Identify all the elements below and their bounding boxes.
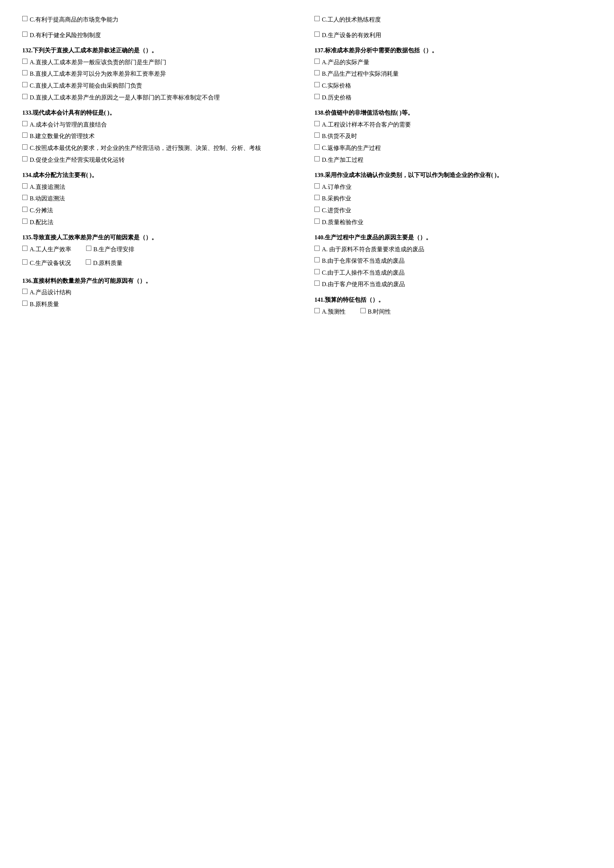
option-row: B.直接人工成本差异可以分为效率差异和工资率差异 xyxy=(22,69,299,79)
question-title-138: 138.价值链中的非增值活动包括( )等。 xyxy=(315,108,592,118)
option-text: A. 由于原料不符合质量要求造成的废品 xyxy=(322,245,424,254)
option-text: D.有利于健全风险控制制度 xyxy=(30,30,101,40)
question-title-136: 136.直接材料的数量差异产生的可能原因有（）。 xyxy=(22,276,299,286)
checkbox[interactable] xyxy=(22,94,28,99)
option-text: A.直接人工成本差异一般应该负责的部门是生产部门 xyxy=(30,57,166,67)
option-text: B.采购作业 xyxy=(322,194,351,203)
option-text: B.原料质量 xyxy=(30,299,59,309)
checkbox[interactable] xyxy=(315,94,319,99)
option-d-right: D.生产设备的有效利用 xyxy=(315,30,592,42)
checkbox[interactable] xyxy=(22,82,28,87)
option-row: D.质量检验作业 xyxy=(315,217,592,227)
option-row: D.生产设备的有效利用 xyxy=(315,30,592,40)
option-row: B.生产合理安排 xyxy=(86,245,135,254)
checkbox[interactable] xyxy=(22,195,28,200)
checkbox[interactable] xyxy=(22,70,28,75)
option-text: A.工程设计样本不符合客户的需要 xyxy=(322,120,411,130)
option-text: A.产品设计结构 xyxy=(30,288,71,297)
checkbox[interactable] xyxy=(315,195,319,200)
option-text: D.原料质量 xyxy=(93,258,123,268)
option-c-right: C.工人的技术熟练程度 xyxy=(315,15,592,27)
checkbox[interactable] xyxy=(315,59,319,64)
option-row: A.产品的实际产量 xyxy=(315,57,592,67)
question-132: 132.下列关于直接人工成本差异叙述正确的是（）。 A.直接人工成本差异一般应该… xyxy=(22,46,299,104)
option-row: C.生产设备状况 xyxy=(22,258,71,268)
option-row: B.采购作业 xyxy=(315,194,592,203)
option-row: B.时间性 xyxy=(360,307,391,316)
checkbox[interactable] xyxy=(315,183,319,189)
question-title-137: 137.标准成本差异分析中需要的数据包括（）。 xyxy=(315,46,592,55)
checkbox[interactable] xyxy=(22,259,28,265)
option-text: A.产品的实际产量 xyxy=(322,57,369,67)
option-text: C.返修率高的生产过程 xyxy=(322,143,381,153)
checkbox[interactable] xyxy=(315,144,319,150)
question-140: 140.生产过程中产生废品的原因主要是（）。 A. 由于原料不符合质量要求造成的… xyxy=(315,232,592,291)
checkbox[interactable] xyxy=(315,70,319,75)
option-row: A.工人生产效率 xyxy=(22,245,71,254)
checkbox[interactable] xyxy=(22,207,28,212)
checkbox[interactable] xyxy=(315,121,319,126)
checkbox[interactable] xyxy=(22,301,28,306)
inline-options-135b: C.生产设备状况 D.原料质量 xyxy=(22,258,299,270)
option-row: A.工程设计样本不符合客户的需要 xyxy=(315,120,592,130)
option-row: B.供货不及时 xyxy=(315,131,592,141)
question-title-139: 139.采用作业成本法确认作业类别，以下可以作为制造企业的作业有( )。 xyxy=(315,170,592,180)
checkbox[interactable] xyxy=(315,257,319,262)
option-d-left: D.有利于健全风险控制制度 xyxy=(22,30,299,42)
question-title-134: 134.成本分配方法主要有( )。 xyxy=(22,170,299,180)
checkbox[interactable] xyxy=(22,156,28,161)
option-row: A.直接追溯法 xyxy=(22,182,299,192)
option-row: C.直接人工成本差异可能会由采购部门负责 xyxy=(22,81,299,91)
option-text: B.时间性 xyxy=(368,307,391,316)
question-134: 134.成本分配方法主要有( )。 A.直接追溯法 B.动因追溯法 C.分摊法 … xyxy=(22,170,299,229)
checkbox[interactable] xyxy=(22,246,28,251)
question-title-140: 140.生产过程中产生废品的原因主要是（）。 xyxy=(315,232,592,242)
option-text: B.建立数量化的管理技术 xyxy=(30,131,95,141)
checkbox[interactable] xyxy=(315,82,319,87)
checkbox[interactable] xyxy=(315,219,319,224)
checkbox[interactable] xyxy=(315,16,319,21)
checkbox[interactable] xyxy=(22,183,28,189)
checkbox[interactable] xyxy=(315,132,319,138)
checkbox[interactable] xyxy=(86,246,91,251)
option-text: C.生产设备状况 xyxy=(30,258,71,268)
checkbox[interactable] xyxy=(315,308,319,313)
question-137: 137.标准成本差异分析中需要的数据包括（）。 A.产品的实际产量 B.产品生产… xyxy=(315,46,592,104)
question-title-132: 132.下列关于直接人工成本差异叙述正确的是（）。 xyxy=(22,46,299,55)
checkbox[interactable] xyxy=(315,246,319,251)
option-text: C.实际价格 xyxy=(322,81,351,91)
checkbox[interactable] xyxy=(315,156,319,161)
option-row: C.实际价格 xyxy=(315,81,592,91)
checkbox[interactable] xyxy=(315,269,319,274)
question-title-133: 133.现代成本会计具有的特征是( )。 xyxy=(22,108,299,118)
checkbox[interactable] xyxy=(22,59,28,64)
checkbox[interactable] xyxy=(22,132,28,138)
option-row: B.建立数量化的管理技术 xyxy=(22,131,299,141)
option-row: D.有利于健全风险控制制度 xyxy=(22,30,299,40)
option-row: C.有利于提高商品的市场竞争能力 xyxy=(22,15,299,25)
checkbox[interactable] xyxy=(22,219,28,224)
option-text: C.进货作业 xyxy=(322,206,351,215)
inline-options-141: A.预测性 B.时间性 xyxy=(315,307,592,319)
checkbox[interactable] xyxy=(86,259,91,265)
checkbox[interactable] xyxy=(22,16,28,21)
checkbox[interactable] xyxy=(22,289,28,294)
option-row: A.成本会计与管理的直接结合 xyxy=(22,120,299,130)
question-141: 141.预算的特征包括（）。 A.预测性 B.时间性 xyxy=(315,295,592,321)
checkbox[interactable] xyxy=(22,31,28,37)
left-column: C.有利于提高商品的市场竞争能力 D.有利于健全风险控制制度 132.下列关于直… xyxy=(22,15,299,324)
option-text: D.历史价格 xyxy=(322,93,352,102)
option-text: D.由于客户使用不当造成的废品 xyxy=(322,279,405,289)
option-text: A.预测性 xyxy=(322,307,346,316)
checkbox[interactable] xyxy=(315,281,319,286)
checkbox[interactable] xyxy=(360,308,366,313)
checkbox[interactable] xyxy=(22,121,28,126)
checkbox[interactable] xyxy=(315,207,319,212)
option-row: C.分摊法 xyxy=(22,206,299,215)
checkbox[interactable] xyxy=(315,31,319,37)
option-c-left: C.有利于提高商品的市场竞争能力 xyxy=(22,15,299,27)
option-text: B.产品生产过程中实际消耗量 xyxy=(322,69,399,79)
checkbox[interactable] xyxy=(22,144,28,150)
option-text: D.配比法 xyxy=(30,217,53,227)
option-row: B.产品生产过程中实际消耗量 xyxy=(315,69,592,79)
